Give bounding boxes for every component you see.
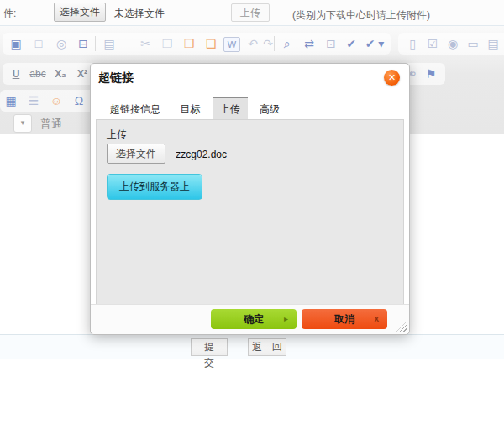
- spell-check-icon[interactable]: ✔: [342, 34, 360, 53]
- select-all-icon[interactable]: ⊡: [322, 34, 340, 53]
- upload-field-label: 上传: [107, 128, 127, 142]
- chevron-down-icon: ▾: [21, 118, 25, 127]
- superscript-icon[interactable]: X²: [73, 65, 92, 83]
- cancel-button-label: 取消: [334, 313, 354, 325]
- page: 件: 选择文件 未选择文件 上传 (类别为下载中心时请上传附件) ▣ □ ◎ ⊟…: [0, 0, 504, 445]
- underline-icon[interactable]: U: [7, 65, 25, 83]
- new-page-icon[interactable]: □: [29, 34, 48, 53]
- table-icon[interactable]: ▦: [2, 92, 20, 110]
- cut-icon[interactable]: ✂: [136, 34, 155, 53]
- cancel-button[interactable]: 取消 x: [302, 309, 387, 329]
- selected-filename: zzcg02.doc: [176, 149, 227, 160]
- ok-button-label: 确定: [244, 313, 264, 325]
- close-icon[interactable]: ✕: [384, 70, 400, 86]
- tab-target[interactable]: 目标: [172, 97, 207, 122]
- tab-upload[interactable]: 上传: [213, 97, 248, 122]
- toolbar-separator: [95, 36, 96, 51]
- toolbar-separator: [274, 36, 275, 51]
- cancel-x-icon: x: [374, 309, 379, 329]
- textarea-icon[interactable]: ▤: [484, 34, 502, 53]
- hyperlink-dialog: 超链接 ✕ 超链接信息 目标 上传 高级 上传 选择文件 zzcg02.doc …: [90, 63, 410, 335]
- ok-arrow-icon: ▸: [284, 309, 288, 329]
- dialog-choose-file-button[interactable]: 选择文件: [107, 144, 165, 164]
- attachment-label: 件:: [3, 7, 16, 21]
- find-icon[interactable]: ⌕: [278, 34, 297, 53]
- scayt-icon[interactable]: ✔ ▾: [362, 34, 387, 53]
- styles-dropdown[interactable]: ▾: [13, 114, 32, 133]
- ok-button[interactable]: 确定 ▸: [211, 309, 297, 329]
- file-input-row: 选择文件 zzcg02.doc: [107, 144, 227, 164]
- back-button[interactable]: 返 回: [248, 338, 286, 356]
- special-char-icon[interactable]: Ω: [70, 92, 88, 110]
- strikethrough-icon[interactable]: abc: [29, 65, 47, 83]
- toolbar-row1-strip: ▣ □ ◎ ⊟ ▤ ✂ ❐ ❒ ❑ W ↶ ↷ ⌕ ⇄ ⊡ ✔ ✔ ▾: [3, 33, 391, 55]
- dialog-title-separator: [91, 92, 409, 92]
- page-footer-bar: 提 交 返 回: [0, 334, 504, 359]
- subscript-icon[interactable]: X₂: [51, 65, 70, 83]
- attachment-bar: 件: 选择文件 未选择文件 上传 (类别为下载中心时请上传附件): [0, 0, 504, 26]
- upload-to-server-button[interactable]: 上传到服务器上: [107, 174, 202, 200]
- form-icon[interactable]: ▯: [403, 34, 422, 53]
- choose-file-button[interactable]: 选择文件: [54, 3, 106, 22]
- preview-icon[interactable]: ◎: [52, 34, 71, 53]
- smiley-icon[interactable]: ☺: [47, 92, 66, 110]
- upload-button[interactable]: 上传: [231, 3, 270, 22]
- replace-icon[interactable]: ⇄: [300, 34, 318, 53]
- copy-icon[interactable]: ❐: [158, 34, 176, 53]
- templates-icon[interactable]: ▤: [100, 34, 118, 53]
- tab-advanced[interactable]: 高级: [252, 97, 287, 122]
- save-icon[interactable]: ▣: [7, 34, 25, 53]
- format-dropdown[interactable]: 普通: [40, 117, 62, 132]
- toolbar-forms-strip: ▯ ☑ ◉ ▭ ▤ ▥: [398, 33, 504, 55]
- radio-icon[interactable]: ◉: [444, 34, 462, 53]
- tab-link-info[interactable]: 超链接信息: [102, 97, 168, 122]
- dialog-resize-handle[interactable]: [396, 322, 407, 332]
- submit-button[interactable]: 提 交: [191, 338, 228, 356]
- upload-tab-panel: 上传 选择文件 zzcg02.doc 上传到服务器上: [96, 119, 404, 305]
- attachment-note: (类别为下载中心时请上传附件): [292, 8, 430, 23]
- dialog-tabs: 超链接信息 目标 上传 高级: [102, 97, 289, 118]
- paste-text-icon[interactable]: ❑: [202, 34, 220, 53]
- no-file-selected-text: 未选择文件: [114, 7, 165, 21]
- horizontal-rule-icon[interactable]: ☰: [24, 92, 43, 110]
- dialog-footer: 确定 ▸ 取消 x: [91, 304, 409, 334]
- anchor-flag-icon[interactable]: ⚑: [422, 65, 440, 83]
- checkbox-icon[interactable]: ☑: [423, 34, 442, 53]
- dialog-title: 超链接: [98, 71, 134, 86]
- paste-icon[interactable]: ❒: [180, 34, 198, 53]
- text-field-icon[interactable]: ▭: [464, 34, 482, 53]
- paste-from-word-icon[interactable]: W: [223, 37, 240, 52]
- print-icon[interactable]: ⊟: [74, 34, 92, 53]
